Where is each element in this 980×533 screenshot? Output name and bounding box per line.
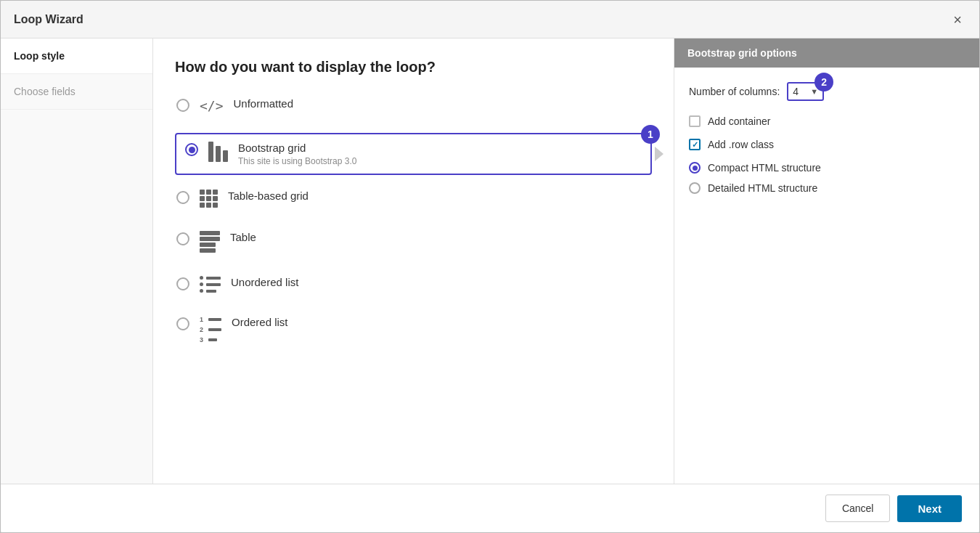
main-content: How do you want to display the loop? </>… [153, 38, 979, 484]
sidebar-item-choose-fields[interactable]: Choose fields [1, 74, 152, 110]
option-sublabel-bootstrap: This site is using Bootstrap 3.0 [238, 156, 356, 166]
option-label-ol: Ordered list [232, 316, 288, 328]
bootstrap-grid-icon [208, 142, 228, 162]
add-container-checkbox[interactable] [689, 115, 701, 127]
option-label-table-grid: Table-based grid [228, 190, 309, 202]
html-structure-group: Compact HTML structure Detailed HTML str… [689, 162, 965, 194]
dialog-footer: Cancel Next [1, 484, 979, 532]
add-container-row[interactable]: Add container [689, 115, 965, 127]
detailed-html-label: Detailed HTML structure [708, 182, 817, 194]
dialog-body: Loop style Choose fields How do you want… [1, 38, 979, 484]
right-panel: Bootstrap grid options Number of columns… [674, 38, 979, 484]
sidebar: Loop style Choose fields [1, 38, 153, 484]
compact-html-row[interactable]: Compact HTML structure [689, 162, 965, 174]
dialog-header: Loop Wizard × [1, 1, 979, 38]
option-label-table: Table [230, 231, 256, 243]
option-table[interactable]: Table [175, 227, 652, 257]
right-panel-header: Bootstrap grid options [674, 38, 979, 68]
radio-ordered-list[interactable] [176, 317, 189, 330]
detailed-html-radio[interactable] [689, 182, 701, 194]
radio-unordered-list[interactable] [176, 277, 189, 290]
radio-table[interactable] [176, 232, 189, 245]
radio-table-grid[interactable] [176, 191, 189, 204]
next-button[interactable]: Next [897, 495, 962, 522]
compact-html-radio[interactable] [689, 162, 701, 174]
loop-wizard-dialog: Loop Wizard × Loop style Choose fields H… [0, 0, 980, 533]
ul-icon [200, 276, 221, 293]
cancel-button[interactable]: Cancel [825, 495, 891, 522]
columns-label: Number of columns: [689, 86, 780, 97]
option-bootstrap-grid[interactable]: Bootstrap grid This site is using Bootst… [175, 133, 652, 175]
table-icon [200, 231, 220, 253]
badge-2: 2 [814, 73, 833, 91]
detailed-html-row[interactable]: Detailed HTML structure [689, 182, 965, 194]
close-button[interactable]: × [949, 11, 966, 28]
add-row-class-label: Add .row class [708, 139, 774, 150]
main-inner: How do you want to display the loop? </>… [153, 38, 979, 484]
option-unordered-list[interactable]: Unordered list [175, 272, 652, 297]
right-panel-body: Number of columns: 1 2 3 4 5 [674, 68, 979, 217]
option-table-grid[interactable]: Table-based grid [175, 185, 652, 212]
add-row-class-row[interactable]: Add .row class [689, 139, 965, 150]
radio-bootstrap-grid[interactable] [185, 143, 198, 156]
badge-1: 1 [641, 125, 660, 144]
columns-select[interactable]: 1 2 3 4 5 6 [793, 86, 810, 97]
option-unformatted[interactable]: </> Unformatted [175, 93, 652, 118]
option-label-unformatted: Unformatted [234, 97, 294, 110]
sidebar-item-loop-style[interactable]: Loop style [1, 38, 152, 74]
compact-html-label: Compact HTML structure [708, 162, 821, 174]
panel-heading: How do you want to display the loop? [175, 59, 652, 76]
add-row-class-checkbox[interactable] [689, 139, 701, 150]
ol-icon: 1 2 3 [200, 316, 221, 343]
options-panel: How do you want to display the loop? </>… [153, 38, 674, 484]
add-container-label: Add container [708, 115, 770, 127]
columns-row: Number of columns: 1 2 3 4 5 [689, 82, 965, 101]
option-label-bootstrap: Bootstrap grid [238, 142, 356, 154]
radio-unformatted[interactable] [176, 99, 189, 112]
table-grid-icon [200, 190, 218, 208]
option-ordered-list[interactable]: 1 2 3 Ordered list [175, 312, 652, 348]
dialog-title: Loop Wizard [14, 13, 83, 26]
option-label-ul: Unordered list [231, 276, 298, 288]
arrow-indicator [655, 147, 663, 161]
code-icon: </> [200, 97, 224, 114]
